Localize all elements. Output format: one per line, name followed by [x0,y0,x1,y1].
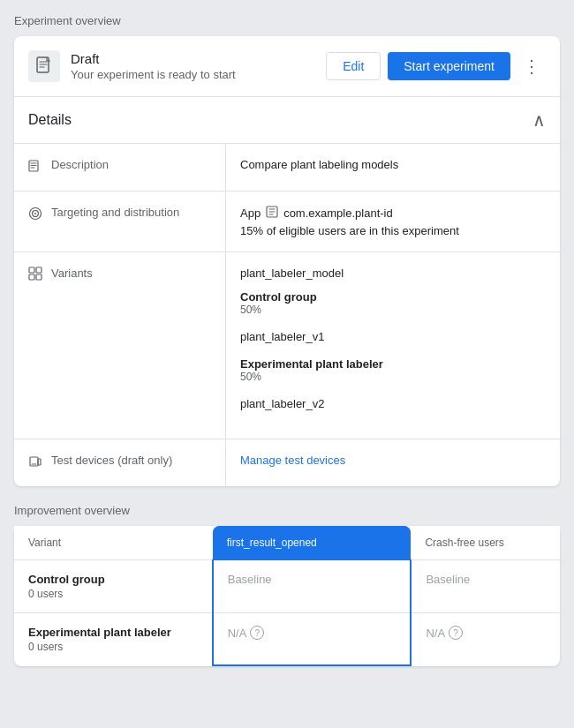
targeting-label: Targeting and distribution [14,191,226,251]
targeting-row: Targeting and distribution App com.examp… [14,191,560,252]
experimental-value: plant_labeler_v2 [240,397,546,410]
distribution-text: 15% of eligible users are in this experi… [240,224,546,237]
svg-rect-8 [29,274,34,280]
draft-actions: Edit Start experiment ⋮ [326,52,546,80]
experimental-group-cell: Experimental plant labeler 0 users [14,613,213,666]
svg-rect-6 [29,267,34,273]
experiment-card: Draft Your experiment is ready to start … [14,36,560,486]
variants-label: Variants [14,252,226,439]
experimental-variant: Experimental plant labeler 50% [240,357,546,383]
variants-value: plant_labeler_model Control group 50% pl… [226,252,560,439]
improvement-overview-title: Improvement overview [14,504,560,517]
variants-row: Variants plant_labeler_model Control gro… [14,252,560,439]
app-row: App com.example.plant-id [240,206,546,221]
draft-subtitle: Your experiment is ready to start [71,68,326,81]
draft-header: Draft Your experiment is ready to start … [14,36,560,97]
test-devices-label-text: Test devices (draft only) [51,454,172,467]
experiment-overview-title: Experiment overview [14,14,560,27]
experimental-crash-free-na: N/A ? [426,626,546,640]
table-header-row: Variant first_result_opened Crash-free u… [14,526,560,560]
improvement-table: Variant first_result_opened Crash-free u… [14,526,560,666]
table-row: Experimental plant labeler 0 users N/A ?… [14,613,560,666]
control-group-value: plant_labeler_v1 [240,330,546,343]
control-group-percent: 50% [240,304,546,316]
improvement-card: Variant first_result_opened Crash-free u… [14,526,560,666]
control-group-row-sub: 0 users [28,588,198,600]
details-section: Details ∧ Description Compare plant labe… [14,97,560,486]
targeting-value: App com.example.plant-id 15% of eligible… [226,191,560,251]
app-id: com.example.plant-id [283,206,393,220]
variants-icon [28,266,42,283]
test-devices-label: Test devices (draft only) [14,439,226,486]
description-label: Description [14,144,226,191]
test-devices-row: Test devices (draft only) Manage test de… [14,439,560,486]
description-value: Compare plant labeling models [226,144,560,191]
control-first-result-baseline: Baseline [228,573,272,586]
description-row: Description Compare plant labeling model… [14,144,560,191]
control-group-name: Control group [240,290,546,304]
table-row: Control group 0 users Baseline Baseline [14,560,560,613]
svg-rect-11 [38,459,41,465]
draft-info: Draft Your experiment is ready to start [71,51,326,81]
targeting-icon [28,206,42,224]
more-options-button[interactable]: ⋮ [517,52,546,80]
experimental-percent: 50% [240,371,546,383]
experimental-first-result-na: N/A ? [228,626,397,640]
first-result-help-icon[interactable]: ? [250,626,264,640]
draft-icon [28,50,60,82]
details-title: Details [28,112,72,128]
col-header-first-result: first_result_opened [213,526,412,560]
collapse-icon[interactable]: ∧ [532,109,546,131]
variants-label-text: Variants [51,266,93,280]
start-experiment-button[interactable]: Start experiment [388,52,510,80]
app-package-icon [266,206,278,221]
description-icon [28,159,42,176]
control-group-cell: Control group 0 users [14,560,213,613]
manage-test-devices-link[interactable]: Manage test devices [240,454,345,467]
description-label-text: Description [51,158,109,171]
variant-column-header: plant_labeler_model [240,266,546,280]
control-crash-free-cell: Baseline [411,560,560,613]
control-crash-free-baseline: Baseline [426,573,470,586]
control-group-variant: Control group 50% [240,290,546,316]
svg-rect-7 [36,267,42,273]
test-devices-icon [28,454,42,472]
crash-free-help-icon[interactable]: ? [449,626,463,640]
targeting-label-text: Targeting and distribution [51,206,179,219]
col-header-variant: Variant [14,526,213,560]
test-devices-value: Manage test devices [226,439,560,486]
control-first-result-cell: Baseline [213,560,412,613]
control-group-row-name: Control group [28,573,198,586]
edit-button[interactable]: Edit [326,52,381,80]
experimental-row-sub: 0 users [28,641,198,653]
svg-point-4 [34,213,36,214]
app-label: App [240,206,261,220]
details-header: Details ∧ [14,97,560,144]
col-header-crash-free: Crash-free users [411,526,560,560]
experimental-crash-free-cell: N/A ? [411,613,560,666]
experimental-row-name: Experimental plant labeler [28,626,198,639]
experimental-name: Experimental plant labeler [240,357,546,371]
experimental-first-result-cell: N/A ? [213,613,412,666]
draft-title: Draft [71,51,326,66]
svg-rect-9 [36,274,42,280]
